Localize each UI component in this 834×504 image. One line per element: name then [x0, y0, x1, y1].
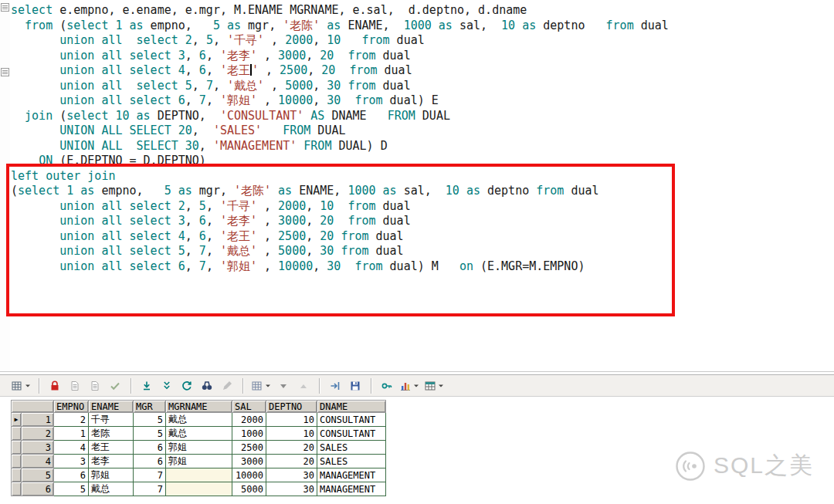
code-line[interactable]: (select 1 as empno, 5 as mgr, '老陈' as EN…: [11, 184, 669, 199]
code-line[interactable]: union all select 3, 6, '老李' , 3000, 20 f…: [11, 214, 669, 229]
grid-cell-deptno[interactable]: 10: [266, 427, 317, 441]
row-indicator-cell[interactable]: [12, 455, 22, 468]
row-number-cell[interactable]: 3: [22, 441, 54, 455]
grid-cell-ename[interactable]: 戴总: [89, 482, 134, 496]
grid-cell-mgr[interactable]: 7: [134, 482, 166, 496]
grid-cell-empno[interactable]: 6: [54, 468, 89, 482]
grid-cell-empno[interactable]: 2: [54, 413, 89, 427]
column-header-mgr[interactable]: MGR: [134, 401, 166, 413]
code-line[interactable]: ON (E.DEPTNO = D.DEPTNO): [11, 154, 669, 169]
grid-cell-deptno[interactable]: 30: [266, 482, 317, 496]
grid-cell-dname[interactable]: CONSULTANT: [317, 413, 386, 427]
code-line[interactable]: select e.empno, e.ename, e.mgr, M.ENAME …: [11, 3, 669, 19]
row-indicator-cell[interactable]: [12, 468, 22, 482]
code-line[interactable]: UNION ALL SELECT 20, 'SALES' FROM DUAL: [11, 123, 669, 139]
row-indicator-cell[interactable]: [12, 427, 22, 441]
grid-cell-mgr[interactable]: 5: [134, 413, 166, 427]
code-line[interactable]: join (select 10 as DEPTNO, 'CONSULTANT' …: [11, 109, 669, 124]
editor-results-splitter[interactable]: [0, 371, 834, 372]
grid-row[interactable]: 43老李6郭姐300020SALES: [12, 455, 386, 468]
grid-cell-ename[interactable]: 老陈: [89, 427, 134, 441]
grid-cell-mgr[interactable]: 6: [134, 455, 166, 468]
result-grid-options-button[interactable]: [249, 377, 273, 395]
grid-cell-sal[interactable]: 10000: [232, 468, 266, 482]
sort-ascending-button[interactable]: [294, 377, 313, 395]
column-header-deptno[interactable]: DEPTNO: [266, 401, 317, 413]
grid-edit-options-button[interactable]: [9, 377, 32, 395]
grid-cell-empno[interactable]: 3: [54, 455, 89, 468]
grid-cell-ename[interactable]: 郭姐: [89, 468, 134, 482]
save-results-button[interactable]: [346, 377, 364, 395]
refresh-button[interactable]: [178, 377, 196, 395]
grid-cell-dname[interactable]: CONSULTANT: [317, 427, 386, 441]
grid-cell-empno[interactable]: 5: [54, 482, 89, 496]
export-results-button[interactable]: [326, 377, 344, 395]
grid-row[interactable]: 34老王6郭姐250020SALES: [12, 441, 386, 455]
post-changes-button[interactable]: [106, 377, 124, 395]
paste-record-button[interactable]: [86, 377, 104, 395]
code-line[interactable]: union all select 2, 5, '千寻' , 2000, 10 f…: [11, 199, 669, 215]
code-line[interactable]: UNION ALL SELECT 30, 'MANAGEMENT' FROM D…: [11, 139, 669, 154]
grid-cell-mgrname[interactable]: [166, 468, 232, 482]
code-line[interactable]: union all select 3, 6, '老李' , 3000, 20 f…: [11, 49, 669, 64]
grid-cell-dname[interactable]: SALES: [317, 441, 386, 455]
grid-cell-sal[interactable]: 1000: [232, 427, 266, 441]
column-header-dname[interactable]: DNAME: [317, 401, 386, 413]
grid-cell-mgrname[interactable]: 郭姐: [166, 455, 232, 468]
grid-cell-ename[interactable]: 千寻: [89, 413, 134, 427]
grid-cell-dname[interactable]: MANAGEMENT: [317, 482, 386, 496]
edit-data-button[interactable]: [218, 377, 236, 395]
row-indicator-cell[interactable]: [12, 441, 22, 455]
find-button[interactable]: [198, 377, 216, 395]
column-header-sal[interactable]: SAL: [232, 401, 266, 413]
grid-cell-mgr[interactable]: 5: [134, 427, 166, 441]
code-line[interactable]: union all select 6, 7, '郭姐' , 10000, 30 …: [11, 259, 669, 275]
grid-cell-sal[interactable]: 2500: [232, 441, 266, 455]
code-line[interactable]: union all select 4, 6, '老王' , 2500, 20 f…: [11, 63, 669, 79]
code-line[interactable]: union all select 4, 6, '老王' , 2500, 20 f…: [11, 229, 669, 245]
grid-cell-sal[interactable]: 3000: [232, 455, 266, 468]
grid-cell-mgrname[interactable]: [166, 482, 232, 496]
row-number-cell[interactable]: 1: [22, 413, 54, 427]
grid-row[interactable]: 56郭姐71000030MANAGEMENT: [12, 468, 386, 482]
grid-cell-empno[interactable]: 4: [54, 441, 89, 455]
fetch-all-button[interactable]: [158, 377, 176, 395]
code-line[interactable]: union all select 6, 7, '郭姐' , 10000, 30 …: [11, 93, 669, 109]
code-line[interactable]: union all select 2, 5, '千寻' , 2000, 10 f…: [11, 33, 669, 49]
grid-cell-dname[interactable]: MANAGEMENT: [317, 468, 386, 482]
grid-cell-mgrname[interactable]: 戴总: [166, 427, 232, 441]
row-indicator-cell[interactable]: [12, 482, 22, 496]
sql-editor[interactable]: select e.empno, e.ename, e.mgr, M.ENAME …: [0, 0, 834, 370]
row-number-cell[interactable]: 5: [22, 468, 54, 482]
grid-cell-mgrname[interactable]: 郭姐: [166, 441, 232, 455]
chart-view-button[interactable]: [398, 377, 421, 395]
column-header-mgrname[interactable]: MGRNAME: [166, 401, 232, 413]
grid-cell-dname[interactable]: SALES: [317, 455, 386, 468]
grid-cell-mgr[interactable]: 7: [134, 468, 166, 482]
column-header-ename[interactable]: ENAME: [89, 401, 134, 413]
column-header-empno[interactable]: EMPNO: [54, 401, 89, 413]
code-line[interactable]: union all select 5, 7, '戴总' , 5000, 30 f…: [11, 244, 669, 259]
grid-cell-mgrname[interactable]: 戴总: [166, 413, 232, 427]
grid-cell-deptno[interactable]: 20: [266, 441, 317, 455]
grid-cell-ename[interactable]: 老王: [89, 441, 134, 455]
grid-row[interactable]: 65戴总7500030MANAGEMENT: [12, 482, 386, 496]
grid-cell-deptno[interactable]: 10: [266, 413, 317, 427]
copy-record-button[interactable]: [66, 377, 84, 395]
row-number-cell[interactable]: 2: [22, 427, 54, 441]
code-line[interactable]: left outer join: [11, 169, 669, 184]
grid-row[interactable]: 21老陈5戴总100010CONSULTANT: [12, 427, 386, 441]
grid-cell-empno[interactable]: 1: [54, 427, 89, 441]
report-view-button[interactable]: [422, 377, 446, 395]
grid-cell-sal[interactable]: 5000: [232, 482, 266, 496]
row-number-cell[interactable]: 4: [22, 455, 54, 468]
grid-cell-deptno[interactable]: 20: [266, 455, 317, 468]
sql-code[interactable]: select e.empno, e.ename, e.mgr, M.ENAME …: [11, 3, 669, 274]
grid-row[interactable]: ▶12千寻5戴总200010CONSULTANT: [12, 413, 386, 427]
code-line[interactable]: from (select 1 as empno, 5 as mgr, '老陈' …: [11, 19, 669, 34]
fetch-next-page-button[interactable]: [137, 377, 156, 395]
grid-cell-ename[interactable]: 老李: [89, 455, 134, 468]
current-row-marker-cell[interactable]: ▶: [12, 413, 22, 427]
code-line[interactable]: union all select 5, 7, '戴总' , 5000, 30 f…: [11, 79, 669, 94]
row-number-cell[interactable]: 6: [22, 482, 54, 496]
